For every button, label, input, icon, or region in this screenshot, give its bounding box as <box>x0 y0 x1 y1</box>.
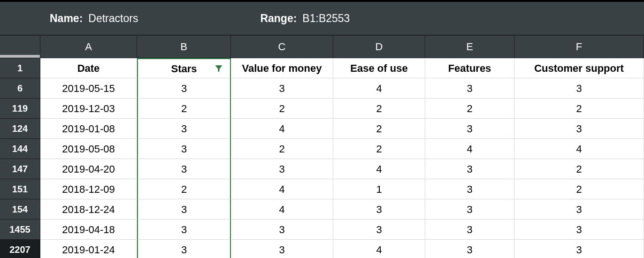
cell-eou[interactable]: 2 <box>333 139 425 159</box>
cell-vfm[interactable]: 3 <box>231 240 333 258</box>
row-header[interactable]: 2207 <box>0 240 40 258</box>
cell-cs[interactable]: 2 <box>514 159 644 179</box>
row-header[interactable]: 1455 <box>0 220 40 240</box>
cell-eou[interactable]: 3 <box>333 220 425 240</box>
cell-features[interactable]: 3 <box>425 240 514 258</box>
cell-vfm-header[interactable]: Value for money <box>231 58 333 78</box>
cell-eou[interactable]: 4 <box>333 240 425 258</box>
cell-features[interactable]: 3 <box>425 159 514 179</box>
name-value[interactable]: Detractors <box>88 12 138 25</box>
cell-cs-header[interactable]: Customer support <box>514 58 644 78</box>
row-header[interactable]: 154 <box>0 199 40 220</box>
cell-eou-header[interactable]: Ease of use <box>333 58 425 78</box>
cell-stars[interactable]: 2 <box>137 99 231 119</box>
cell-eou[interactable]: 1 <box>333 179 425 199</box>
cell-stars[interactable]: 3 <box>137 220 231 240</box>
cell-vfm[interactable]: 4 <box>231 199 333 220</box>
cell-eou[interactable]: 4 <box>333 78 425 99</box>
cell-vfm[interactable]: 2 <box>231 139 333 159</box>
cell-eou[interactable]: 2 <box>333 119 425 139</box>
cell-vfm[interactable]: 3 <box>231 159 333 179</box>
cell-cs[interactable]: 2 <box>514 179 644 199</box>
named-range-bar: Name: Detractors Range: B1:B2553 <box>0 2 644 36</box>
cell-date[interactable]: 2019-04-18 <box>40 220 137 240</box>
cell-date[interactable]: 2018-12-09 <box>40 179 137 199</box>
cell-features[interactable]: 3 <box>425 179 514 199</box>
cell-date[interactable]: 2019-04-20 <box>40 159 137 179</box>
filter-icon[interactable] <box>214 64 223 73</box>
cell-stars[interactable]: 3 <box>137 139 231 159</box>
select-all-corner[interactable] <box>0 36 40 58</box>
cell-cs[interactable]: 3 <box>514 240 644 258</box>
cell-eou[interactable]: 3 <box>333 199 425 220</box>
name-group: Name: Detractors <box>50 12 138 25</box>
column-header-e[interactable]: E <box>425 36 514 58</box>
cell-features[interactable]: 4 <box>425 139 514 159</box>
row-header[interactable]: 119 <box>0 99 40 119</box>
cell-stars[interactable]: 3 <box>137 240 231 258</box>
cell-vfm[interactable]: 3 <box>231 220 333 240</box>
cell-date[interactable]: 2018-12-24 <box>40 199 137 220</box>
cell-stars[interactable]: 3 <box>137 78 231 99</box>
cell-eou[interactable]: 4 <box>333 159 425 179</box>
row-header[interactable]: 151 <box>0 179 40 199</box>
spreadsheet-grid: A B C D E F 1 Date Stars Value for money… <box>0 36 644 258</box>
cell-features[interactable]: 3 <box>425 119 514 139</box>
range-label: Range: <box>260 12 297 25</box>
cell-features[interactable]: 2 <box>425 99 514 119</box>
cell-features[interactable]: 3 <box>425 199 514 220</box>
column-header-d[interactable]: D <box>333 36 425 58</box>
range-group: Range: B1:B2553 <box>260 12 350 25</box>
cell-date[interactable]: 2019-01-24 <box>40 240 137 258</box>
cell-eou[interactable]: 2 <box>333 99 425 119</box>
cell-features[interactable]: 3 <box>425 220 514 240</box>
cell-cs[interactable]: 3 <box>514 119 644 139</box>
cell-date-header[interactable]: Date <box>40 58 137 78</box>
cell-cs[interactable]: 4 <box>514 139 644 159</box>
cell-stars[interactable]: 3 <box>137 119 231 139</box>
row-header[interactable]: 124 <box>0 119 40 139</box>
cell-stars[interactable]: 3 <box>137 199 231 220</box>
column-header-c[interactable]: C <box>231 36 333 58</box>
column-header-f[interactable]: F <box>514 36 644 58</box>
cell-date[interactable]: 2019-05-08 <box>40 139 137 159</box>
row-header[interactable]: 147 <box>0 159 40 179</box>
cell-features-header[interactable]: Features <box>425 58 514 78</box>
cell-date[interactable]: 2019-12-03 <box>40 99 137 119</box>
row-header[interactable]: 144 <box>0 139 40 159</box>
cell-date[interactable]: 2019-01-08 <box>40 119 137 139</box>
cell-stars-header[interactable]: Stars <box>137 58 231 78</box>
row-header[interactable]: 1 <box>0 58 40 78</box>
cell-vfm[interactable]: 3 <box>231 78 333 99</box>
cell-stars[interactable]: 2 <box>137 179 231 199</box>
cell-stars[interactable]: 3 <box>137 159 231 179</box>
cell-vfm[interactable]: 2 <box>231 99 333 119</box>
range-value[interactable]: B1:B2553 <box>302 12 350 25</box>
cell-cs[interactable]: 3 <box>514 199 644 220</box>
cell-vfm[interactable]: 4 <box>231 179 333 199</box>
column-header-a[interactable]: A <box>40 36 137 58</box>
column-header-b[interactable]: B <box>137 36 231 58</box>
cell-date[interactable]: 2019-05-15 <box>40 78 137 99</box>
cell-vfm[interactable]: 4 <box>231 119 333 139</box>
stars-header-label: Stars <box>171 59 197 79</box>
name-label: Name: <box>50 12 83 25</box>
cell-features[interactable]: 3 <box>425 78 514 99</box>
cell-cs[interactable]: 3 <box>514 78 644 99</box>
row-header[interactable]: 6 <box>0 78 40 99</box>
cell-cs[interactable]: 2 <box>514 99 644 119</box>
cell-cs[interactable]: 3 <box>514 220 644 240</box>
